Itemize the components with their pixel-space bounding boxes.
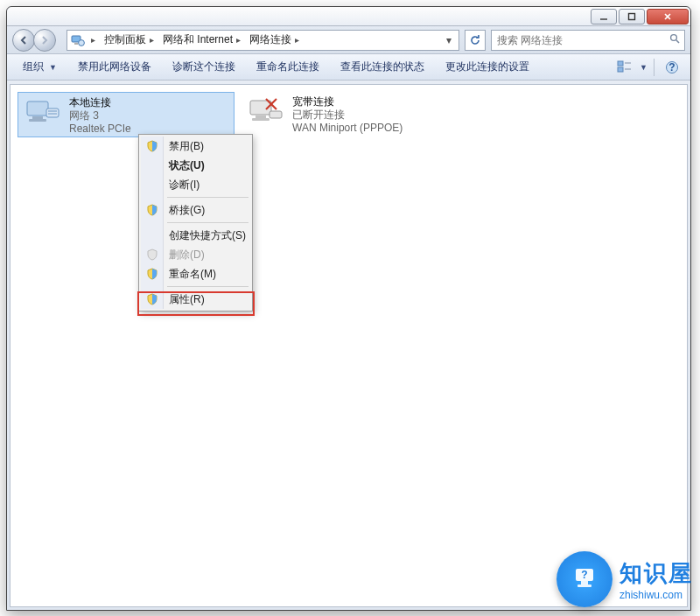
content-area[interactable]: 本地连接 网络 3 Realtek PCIe 宽带连接 已断开连接 WAN Mi… [10, 84, 688, 607]
svg-rect-17 [29, 119, 46, 122]
item-sub2: Realtek PCIe [69, 122, 131, 136]
view-button[interactable] [613, 56, 636, 79]
minimize-button[interactable] [591, 9, 617, 24]
svg-rect-5 [74, 43, 78, 45]
shield-icon [145, 139, 159, 153]
toolbar-rename[interactable]: 重命名此连接 [248, 56, 328, 79]
item-sub1: 网络 3 [69, 109, 131, 122]
nav-forward-button[interactable] [33, 29, 56, 52]
shield-icon [145, 292, 159, 306]
svg-rect-18 [46, 108, 59, 117]
search-icon [669, 33, 681, 47]
wan-icon [245, 95, 287, 130]
svg-rect-23 [252, 118, 270, 121]
svg-rect-28 [581, 581, 588, 584]
svg-rect-24 [270, 111, 282, 118]
menu-delete: 删除(D) [141, 245, 250, 264]
connection-item-broadband[interactable]: 宽带连接 已断开连接 WAN Miniport (PPPOE) [242, 92, 458, 137]
toolbar-status[interactable]: 查看此连接的状态 [332, 56, 433, 79]
menu-status[interactable]: 状态(U) [141, 156, 250, 175]
breadcrumb-network-connections[interactable]: 网络连接▸ [246, 31, 303, 50]
svg-rect-16 [32, 116, 43, 119]
nav-back-button[interactable] [12, 29, 35, 52]
watermark-badge: ? [556, 551, 612, 607]
breadcrumb-root-chevron[interactable]: ▸ [88, 31, 99, 50]
toolbar-organize[interactable]: 组织▼ [14, 56, 66, 79]
menu-divider [167, 286, 248, 287]
menu-disable[interactable]: 禁用(B) [141, 136, 250, 156]
breadcrumb-network-internet[interactable]: 网络和 Internet▸ [159, 31, 244, 50]
toolbar: 组织▼ 禁用此网络设备 诊断这个连接 重命名此连接 查看此连接的状态 更改此连接… [7, 54, 690, 80]
titlebar [7, 7, 690, 26]
address-dropdown[interactable]: ▾ [442, 34, 456, 46]
item-sub2: WAN Miniport (PPPOE) [292, 122, 402, 135]
refresh-button[interactable] [465, 30, 486, 51]
watermark: ? 知识屋 zhishiwu.com [556, 551, 693, 607]
menu-divider [167, 222, 248, 223]
address-bar[interactable]: ▸ 控制面板▸ 网络和 Internet▸ 网络连接▸ ▾ [66, 30, 459, 51]
connection-item-local[interactable]: 本地连接 网络 3 Realtek PCIe [18, 92, 234, 137]
menu-rename[interactable]: 重命名(M) [141, 264, 250, 284]
context-menu: 禁用(B) 状态(U) 诊断(I) 桥接(G) 创建快捷方式(S) 删除(D) … [138, 134, 253, 312]
menu-shortcut[interactable]: 创建快捷方式(S) [141, 226, 250, 245]
menu-diagnose[interactable]: 诊断(I) [141, 175, 250, 194]
watermark-title: 知识屋 [620, 558, 693, 589]
search-box[interactable] [491, 30, 685, 51]
explorer-window: ▸ 控制面板▸ 网络和 Internet▸ 网络连接▸ ▾ 组织▼ 禁用此网络设… [6, 6, 691, 611]
watermark-url: zhishiwu.com [620, 589, 682, 601]
shield-icon [145, 248, 159, 262]
svg-text:?: ? [668, 60, 675, 73]
lan-icon [22, 96, 64, 131]
breadcrumb-control-panel[interactable]: 控制面板▸ [101, 31, 158, 50]
maximize-button[interactable] [619, 9, 645, 24]
close-button[interactable] [647, 9, 689, 24]
item-sub1: 已断开连接 [292, 108, 402, 122]
svg-rect-22 [256, 116, 266, 118]
help-button[interactable]: ? [661, 56, 683, 79]
svg-rect-15 [27, 102, 48, 116]
menu-divider [167, 197, 248, 198]
search-input[interactable] [495, 33, 666, 47]
toolbar-diagnose[interactable]: 诊断这个连接 [164, 56, 244, 79]
toolbar-settings[interactable]: 更改此连接的设置 [437, 56, 538, 79]
svg-text:?: ? [581, 569, 587, 581]
svg-point-7 [671, 34, 677, 40]
svg-rect-10 [618, 67, 623, 72]
address-row: ▸ 控制面板▸ 网络和 Internet▸ 网络连接▸ ▾ [7, 26, 690, 54]
shield-icon [145, 267, 159, 281]
menu-bridge[interactable]: 桥接(G) [141, 200, 250, 220]
svg-rect-9 [618, 61, 623, 66]
toolbar-disable-device[interactable]: 禁用此网络设备 [69, 56, 160, 79]
nav-buttons [12, 29, 61, 52]
location-icon [70, 32, 86, 48]
svg-line-8 [676, 40, 679, 43]
svg-rect-29 [578, 584, 592, 587]
item-title: 本地连接 [69, 96, 131, 109]
shield-icon [145, 203, 159, 217]
svg-point-6 [79, 39, 85, 46]
svg-rect-1 [629, 13, 635, 19]
menu-properties[interactable]: 属性(R) [141, 290, 250, 309]
item-title: 宽带连接 [292, 95, 402, 108]
